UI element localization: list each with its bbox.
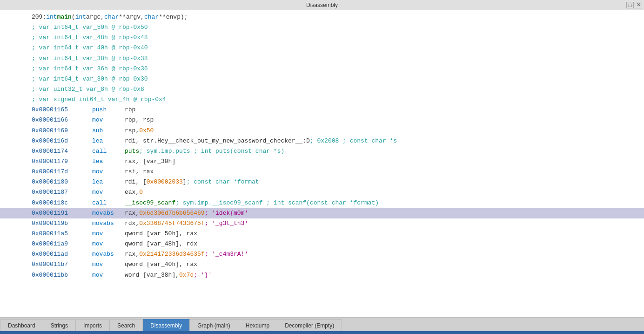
title-bar: Disassembly □ ✕ bbox=[0, 0, 644, 10]
tab-bar: Dashboard Strings Imports Search Disasse… bbox=[0, 317, 644, 331]
asm-line-highlighted: 0x00001191 movabs rax, 0x6d306d7b6b65646… bbox=[0, 208, 644, 218]
asm-line: 0x000011a5 mov qword [var_50h], rax bbox=[0, 229, 644, 239]
tab-graph-main[interactable]: Graph (main) bbox=[190, 319, 238, 331]
comment-line: ; var int64_t var_40h @ rbp-0x40 bbox=[0, 43, 644, 53]
tab-disassembly[interactable]: Disassembly bbox=[143, 319, 190, 331]
comment-line: ; var int64_t var_48h @ rbp-0x48 bbox=[0, 33, 644, 43]
asm-line: 0x0000116d lea rdi, str.Hey__check_out_m… bbox=[0, 136, 644, 146]
asm-line: 0x000011ad movabs rax, 0x214172336d34635… bbox=[0, 249, 644, 259]
asm-line: 0x00001166 mov rbp, rsp bbox=[0, 115, 644, 125]
close-button[interactable]: ✕ bbox=[635, 2, 642, 8]
asm-line: 0x00001169 sub rsp, 0x50 bbox=[0, 126, 644, 136]
asm-line: 0x00001174 call puts ; sym.imp.puts ; in… bbox=[0, 146, 644, 157]
tab-decompiler-empty[interactable]: Decompiler (Empty) bbox=[277, 319, 342, 331]
asm-line: 0x000011bb mov word [var_38h], 0x7d ; '}… bbox=[0, 270, 644, 280]
func-header-line: 209: int main (int argc, char **argv, ch… bbox=[0, 12, 644, 22]
asm-line: 0x0000119b movabs rdx, 0x3368745f7433675… bbox=[0, 218, 644, 229]
comment-line: ; var int64_t var_38h @ rbp-0x38 bbox=[0, 54, 644, 64]
asm-line: 0x000011a9 mov qword [var_48h], rdx bbox=[0, 239, 644, 249]
asm-line: 0x00001179 lea rax, [var_30h] bbox=[0, 157, 644, 167]
tab-search[interactable]: Search bbox=[110, 319, 143, 331]
comment-line: ; var uint32_t var_8h @ rbp-0x8 bbox=[0, 84, 644, 95]
asm-line: 0x00001165 push rbp bbox=[0, 105, 644, 115]
window-controls[interactable]: □ ✕ bbox=[626, 2, 642, 8]
asm-line: 0x0000117d mov rsi, rax bbox=[0, 167, 644, 177]
asm-line: 0x0000118c call __isoc99_scanf ; sym.imp… bbox=[0, 198, 644, 208]
disassembly-view[interactable]: 209: int main (int argc, char **argv, ch… bbox=[0, 10, 644, 317]
asm-line: 0x00001187 mov eax, 0 bbox=[0, 187, 644, 198]
tab-dashboard[interactable]: Dashboard bbox=[0, 319, 43, 331]
comment-line: ; var int64_t var_30h @ rbp-0x30 bbox=[0, 74, 644, 84]
tab-hexdump[interactable]: Hexdump bbox=[238, 319, 277, 331]
asm-line: 0x00001180 lea rdi, [0x00002033] ; const… bbox=[0, 177, 644, 187]
asm-line: 0x000011b7 mov qword [var_40h], rax bbox=[0, 259, 644, 270]
comment-line: ; var int64_t var_50h @ rbp-0x50 bbox=[0, 22, 644, 33]
comment-line: ; var signed int64_t var_4h @ rbp-0x4 bbox=[0, 95, 644, 105]
restore-button[interactable]: □ bbox=[626, 2, 634, 8]
title-text: Disassembly bbox=[306, 2, 338, 8]
tab-strings[interactable]: Strings bbox=[43, 319, 76, 331]
comment-line: ; var int64_t var_36h @ rbp-0x36 bbox=[0, 64, 644, 74]
bottom-bar bbox=[0, 331, 644, 334]
tab-imports[interactable]: Imports bbox=[76, 319, 110, 331]
